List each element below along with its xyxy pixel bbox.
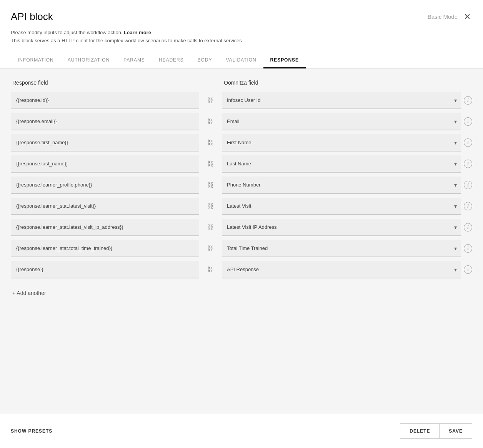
- select-wrapper-3: Last Name ▾: [222, 155, 461, 173]
- oomnitza-select-8[interactable]: API Response: [222, 261, 461, 278]
- info-icon-4[interactable]: i: [464, 181, 472, 189]
- link-icon-1: ⛓: [199, 118, 222, 126]
- table-row: ⛓ First Name ▾ i: [11, 134, 472, 152]
- description-line1: Please modify inputs to adjust the workf…: [11, 30, 122, 35]
- info-icon-0[interactable]: i: [464, 96, 472, 105]
- info-icon-5[interactable]: i: [464, 202, 472, 210]
- basic-mode-label: Basic Mode: [428, 13, 458, 20]
- select-wrapper-7: Total Time Trained ▾: [222, 240, 461, 257]
- oomnitza-field-wrapper-4: Phone Number ▾ i: [222, 177, 472, 194]
- oomnitza-select-0[interactable]: Infosec User Id: [222, 92, 461, 109]
- link-icon-5: ⛓: [199, 202, 222, 210]
- description-line2: This block serves as a HTTP client for t…: [11, 37, 472, 45]
- info-icon-6[interactable]: i: [464, 223, 472, 231]
- link-icon-3: ⛓: [199, 160, 222, 168]
- response-field-6[interactable]: [11, 219, 199, 236]
- response-field-3[interactable]: [11, 155, 199, 173]
- delete-button[interactable]: DELETE: [400, 423, 440, 439]
- info-icon-3[interactable]: i: [464, 160, 472, 168]
- select-wrapper-2: First Name ▾: [222, 134, 461, 152]
- table-row: ⛓ Latest Visit IP Address ▾ i: [11, 219, 472, 236]
- tab-information[interactable]: INFORMATION: [11, 53, 61, 68]
- info-icon-7[interactable]: i: [464, 244, 472, 253]
- tab-body[interactable]: BODY: [191, 53, 219, 68]
- response-field-2[interactable]: [11, 134, 199, 152]
- link-icon-0: ⛓: [199, 97, 222, 105]
- api-block-modal: API block Basic Mode ✕ Please modify inp…: [0, 0, 483, 448]
- oomnitza-select-5[interactable]: Latest Visit: [222, 198, 461, 215]
- tab-authorization[interactable]: AUTHORIZATION: [61, 53, 117, 68]
- header-right: Basic Mode ✕: [428, 13, 471, 21]
- info-icon-8[interactable]: i: [464, 265, 472, 274]
- link-icon-6: ⛓: [199, 223, 222, 231]
- oomnitza-select-7[interactable]: Total Time Trained: [222, 240, 461, 257]
- select-wrapper-4: Phone Number ▾: [222, 177, 461, 194]
- save-button[interactable]: SAVE: [440, 423, 472, 439]
- select-wrapper-6: Latest Visit IP Address ▾: [222, 219, 461, 236]
- response-content: Response field Oomnitza field ⛓ Infosec …: [0, 69, 483, 414]
- oomnitza-select-6[interactable]: Latest Visit IP Address: [222, 219, 461, 236]
- response-field-5[interactable]: [11, 198, 199, 215]
- column-header-oomnitza: Oomnitza field: [224, 80, 471, 86]
- select-wrapper-1: Email ▾: [222, 113, 461, 130]
- oomnitza-field-wrapper-8: API Response ▾ i: [222, 261, 472, 278]
- footer-actions: DELETE SAVE: [400, 423, 472, 439]
- select-wrapper-0: Infosec User Id ▾: [222, 92, 461, 109]
- info-icon-1[interactable]: i: [464, 117, 472, 126]
- tab-response[interactable]: RESPONSE: [263, 53, 306, 68]
- response-field-7[interactable]: [11, 240, 199, 257]
- link-icon-7: ⛓: [199, 245, 222, 253]
- oomnitza-field-wrapper-2: First Name ▾ i: [222, 134, 472, 152]
- modal-description: Please modify inputs to adjust the workf…: [0, 23, 483, 45]
- oomnitza-select-1[interactable]: Email: [222, 113, 461, 130]
- oomnitza-field-wrapper-0: Infosec User Id ▾ i: [222, 92, 472, 109]
- select-wrapper-8: API Response ▾: [222, 261, 461, 278]
- close-icon: ✕: [464, 12, 471, 22]
- oomnitza-select-4[interactable]: Phone Number: [222, 177, 461, 194]
- oomnitza-field-wrapper-3: Last Name ▾ i: [222, 155, 472, 173]
- link-icon-4: ⛓: [199, 181, 222, 189]
- response-field-8[interactable]: [11, 261, 199, 278]
- response-field-1[interactable]: [11, 113, 199, 130]
- show-presets-button[interactable]: SHOW PRESETS: [11, 428, 52, 434]
- column-header-response: Response field: [12, 80, 201, 86]
- table-row: ⛓ Latest Visit ▾ i: [11, 198, 472, 215]
- response-field-0[interactable]: [11, 92, 199, 109]
- oomnitza-select-2[interactable]: First Name: [222, 134, 461, 152]
- tab-params[interactable]: PARAMS: [117, 53, 152, 68]
- oomnitza-select-3[interactable]: Last Name: [222, 155, 461, 173]
- response-field-4[interactable]: [11, 177, 199, 194]
- modal-footer: SHOW PRESETS DELETE SAVE: [0, 414, 483, 448]
- table-row: ⛓ Last Name ▾ i: [11, 155, 472, 173]
- oomnitza-field-wrapper-7: Total Time Trained ▾ i: [222, 240, 472, 257]
- tab-headers[interactable]: HEADERS: [152, 53, 191, 68]
- select-wrapper-5: Latest Visit ▾: [222, 198, 461, 215]
- info-icon-2[interactable]: i: [464, 138, 472, 147]
- tab-validation[interactable]: VALIDATION: [219, 53, 263, 68]
- table-row: ⛓ API Response ▾ i: [11, 261, 472, 278]
- add-another-button[interactable]: + Add another: [11, 282, 48, 304]
- oomnitza-field-wrapper-5: Latest Visit ▾ i: [222, 198, 472, 215]
- learn-more-link[interactable]: Learn more: [124, 30, 151, 35]
- oomnitza-field-wrapper-1: Email ▾ i: [222, 113, 472, 130]
- table-row: ⛓ Infosec User Id ▾ i: [11, 92, 472, 109]
- table-row: ⛓ Phone Number ▾ i: [11, 177, 472, 194]
- column-headers: Response field Oomnitza field: [11, 80, 472, 86]
- table-row: ⛓ Total Time Trained ▾ i: [11, 240, 472, 257]
- modal-title: API block: [11, 11, 53, 23]
- modal-header: API block Basic Mode ✕: [0, 0, 483, 23]
- link-icon-8: ⛓: [199, 266, 222, 274]
- tab-bar: INFORMATION AUTHORIZATION PARAMS HEADERS…: [0, 53, 483, 69]
- table-row: ⛓ Email ▾ i: [11, 113, 472, 130]
- close-button[interactable]: ✕: [464, 13, 471, 21]
- link-icon-2: ⛓: [199, 139, 222, 147]
- oomnitza-field-wrapper-6: Latest Visit IP Address ▾ i: [222, 219, 472, 236]
